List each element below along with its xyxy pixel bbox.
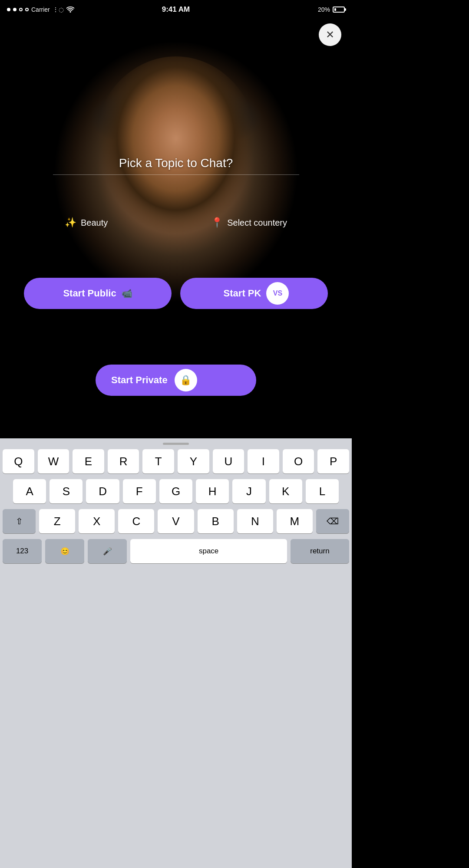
location-label: Select countery [227, 218, 287, 228]
emoji-button[interactable]: 😊 [45, 539, 84, 563]
location-option[interactable]: 📍 Select countery [211, 217, 287, 228]
numbers-label: 123 [16, 547, 28, 556]
vs-badge: VS [266, 282, 289, 305]
key-m[interactable]: M [277, 509, 313, 533]
key-x[interactable]: X [79, 509, 115, 533]
topic-section: Pick a Topic to Chat? [0, 156, 352, 175]
beauty-option[interactable]: ✨ Beauty [65, 217, 108, 228]
signal-dot-1 [7, 8, 10, 11]
return-label: return [310, 547, 329, 556]
delete-button[interactable]: ⌫ [316, 509, 349, 533]
key-v[interactable]: V [158, 509, 194, 533]
signal-dot-3 [19, 8, 23, 11]
numbers-button[interactable]: 123 [3, 539, 42, 563]
key-p[interactable]: P [317, 449, 349, 473]
start-public-button[interactable]: Start Public 📹 [24, 278, 172, 309]
options-row: ✨ Beauty 📍 Select countery [0, 217, 352, 228]
key-u[interactable]: U [213, 449, 244, 473]
key-z[interactable]: Z [39, 509, 75, 533]
magic-wand-icon: ✨ [65, 217, 76, 228]
key-e[interactable]: E [73, 449, 104, 473]
keyboard-row-1: Q W E R T Y U I O P [0, 449, 352, 473]
private-row: Start Private 🔒 [0, 365, 352, 396]
status-bar: Carrier ⋮◌ 9:41 AM 20% [0, 0, 352, 19]
location-pin-icon: 📍 [211, 217, 223, 228]
vs-label: VS [273, 289, 282, 297]
key-r[interactable]: R [108, 449, 139, 473]
signal-dot-4 [25, 8, 29, 11]
space-label: space [199, 547, 218, 556]
wifi-icon: ⋮◌ [53, 6, 64, 13]
carrier-label: Carrier [31, 6, 50, 13]
wifi-icon-svg [66, 7, 74, 13]
key-k[interactable]: K [269, 479, 302, 503]
key-b[interactable]: B [198, 509, 234, 533]
key-n[interactable]: N [237, 509, 273, 533]
key-h[interactable]: H [196, 479, 229, 503]
signal-dot-2 [13, 8, 17, 11]
key-l[interactable]: L [306, 479, 339, 503]
keyboard-area: Q W E R T Y U I O P A S D F G H J K L ⇧ … [0, 438, 352, 868]
key-o[interactable]: O [283, 449, 314, 473]
status-right: 20% [318, 6, 345, 13]
battery-fill [334, 8, 336, 11]
close-button[interactable]: ✕ [319, 23, 341, 46]
status-left: Carrier ⋮◌ [7, 6, 74, 13]
key-s[interactable]: S [50, 479, 83, 503]
topic-title: Pick a Topic to Chat? [0, 156, 352, 170]
key-f[interactable]: F [123, 479, 156, 503]
lock-icon: 🔒 [180, 375, 192, 386]
close-icon: ✕ [326, 30, 334, 40]
keyboard-row-2: A S D F G H J K L [0, 479, 352, 503]
key-y[interactable]: Y [178, 449, 209, 473]
topic-divider [53, 174, 299, 175]
buttons-row: Start Public 📹 Start PK VS [0, 278, 352, 309]
space-button[interactable]: space [130, 539, 287, 563]
shift-button[interactable]: ⇧ [3, 509, 36, 533]
key-q[interactable]: Q [3, 449, 34, 473]
start-pk-label: Start PK [224, 288, 261, 299]
start-pk-button[interactable]: Start PK VS [180, 278, 328, 309]
mic-button[interactable]: 🎤 [88, 539, 127, 563]
key-c[interactable]: C [118, 509, 154, 533]
key-a[interactable]: A [13, 479, 46, 503]
return-button[interactable]: return [291, 539, 349, 563]
battery-icon [333, 7, 345, 13]
status-time: 9:41 AM [162, 5, 190, 14]
key-i[interactable]: I [248, 449, 279, 473]
start-private-label: Start Private [111, 375, 168, 386]
key-w[interactable]: W [38, 449, 69, 473]
keyboard-row-3: ⇧ Z X C V B N M ⌫ [0, 509, 352, 533]
battery-icon-container [333, 7, 345, 13]
key-d[interactable]: D [86, 479, 119, 503]
key-g[interactable]: G [159, 479, 192, 503]
key-j[interactable]: J [232, 479, 265, 503]
video-camera-icon: 📹 [122, 288, 132, 299]
battery-percent: 20% [318, 6, 330, 13]
face-shape [93, 56, 258, 239]
key-t[interactable]: T [142, 449, 174, 473]
beauty-label: Beauty [81, 218, 108, 228]
keyboard-handle [163, 443, 189, 445]
start-public-label: Start Public [63, 288, 116, 299]
start-private-button[interactable]: Start Private 🔒 [96, 365, 256, 396]
lock-icon-circle: 🔒 [175, 369, 197, 391]
keyboard-bottom-row: 123 😊 🎤 space return [0, 539, 352, 563]
